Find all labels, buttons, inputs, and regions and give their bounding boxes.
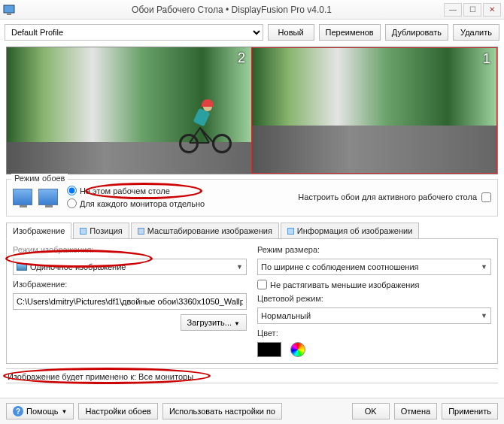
image-path-label: Изображение: — [13, 280, 247, 289]
active-desktop-label: Настроить обои для активного рабочего ст… — [298, 192, 477, 201]
tab-image[interactable]: Изображение — [6, 223, 71, 239]
size-mode-combo[interactable]: По ширине с соблюдением соотношения ▼ — [257, 259, 491, 275]
svg-rect-1 — [7, 14, 11, 15]
chevron-down-icon: ▼ — [236, 263, 243, 271]
monitor-number-2: 2 — [238, 50, 245, 66]
apply-target-line: Изображение будет применено к: Все монит… — [8, 372, 496, 381]
bottom-bar: ? Помощь ▼ Настройки обоев Использовать … — [0, 398, 504, 424]
no-stretch-checkbox[interactable] — [257, 280, 267, 289]
cancel-button[interactable]: Отмена — [394, 403, 437, 419]
radio-each-monitor[interactable]: Для каждого монитора отдельно — [67, 198, 205, 208]
monitor-preview[interactable]: 2 1 — [6, 47, 498, 174]
wallpaper-settings-button[interactable]: Настройки обоев — [78, 403, 158, 419]
image-mode-label: Режим изображения: — [13, 245, 247, 254]
profile-select[interactable]: Default Profile — [5, 24, 263, 41]
monitor-number-1: 1 — [483, 51, 490, 67]
radio-this-desktop-label: На этом рабочем столе — [80, 186, 170, 195]
tab-position[interactable]: Позиция — [73, 223, 129, 238]
picture-icon — [17, 263, 27, 271]
svg-rect-0 — [4, 5, 14, 13]
square-icon — [287, 228, 294, 235]
close-button[interactable]: ✕ — [483, 3, 501, 17]
chevron-down-icon: ▼ — [481, 312, 487, 320]
monitor-1[interactable]: 1 — [251, 47, 497, 174]
divider — [6, 383, 498, 383]
app-icon — [3, 4, 15, 16]
radio-each-monitor-label: Для каждого монитора отдельно — [80, 199, 205, 208]
monitor-icon — [38, 189, 58, 205]
color-mode-label: Цветовой режим: — [257, 294, 491, 303]
tabstrip: Изображение Позиция Масштабирование изоб… — [6, 223, 498, 239]
color-picker-icon[interactable] — [290, 342, 305, 357]
minimize-button[interactable]: — — [444, 3, 462, 17]
color-label: Цвет: — [257, 329, 491, 338]
load-button[interactable]: Загрузить... ▼ — [181, 314, 247, 331]
window-title: Обои Рабочего Стола • DisplayFusion Pro … — [20, 5, 444, 15]
profile-toolbar: Default Profile Новый Переименов Дублиро… — [0, 20, 504, 45]
square-icon — [138, 228, 144, 235]
ok-button[interactable]: OK — [352, 403, 390, 419]
chevron-down-icon: ▼ — [234, 320, 240, 327]
image-path-input[interactable] — [13, 293, 247, 310]
divider — [6, 368, 498, 369]
radio-this-desktop[interactable]: На этом рабочем столе — [67, 186, 205, 195]
chevron-down-icon: ▼ — [62, 408, 68, 415]
monitor-icon — [13, 189, 32, 205]
monitor-2[interactable]: 2 — [7, 47, 251, 174]
mode-legend: Режим обоев — [11, 174, 68, 183]
rename-profile-button[interactable]: Переименов — [319, 24, 381, 41]
duplicate-profile-button[interactable]: Дублировать — [385, 24, 448, 41]
no-stretch-checkbox-row[interactable]: Не растягивать меньшие изображения — [257, 280, 491, 289]
maximize-button[interactable]: ☐ — [463, 3, 481, 17]
help-button[interactable]: ? Помощь ▼ — [6, 403, 74, 419]
tab-body-image: Режим изображения: Одиночное изображение… — [6, 239, 498, 364]
active-desktop-checkbox[interactable] — [481, 192, 491, 202]
titlebar: Обои Рабочего Стола • DisplayFusion Pro … — [0, 0, 504, 20]
color-mode-combo[interactable]: Нормальный ▼ — [257, 307, 491, 324]
help-icon: ? — [13, 406, 23, 416]
color-swatch[interactable] — [257, 342, 281, 357]
image-mode-combo[interactable]: Одиночное изображение ▼ — [13, 259, 247, 275]
apply-button[interactable]: Применить — [442, 403, 498, 419]
chevron-down-icon: ▼ — [481, 263, 487, 271]
tab-info[interactable]: Информация об изображении — [281, 223, 419, 238]
size-mode-label: Режим размера: — [257, 245, 491, 254]
wallpaper-mode-group: Режим обоев На этом рабочем столе Для ка… — [6, 179, 498, 217]
square-icon — [80, 228, 87, 235]
delete-profile-button[interactable]: Удалить — [453, 24, 499, 41]
radio-this-desktop-input[interactable] — [67, 186, 77, 195]
new-profile-button[interactable]: Новый — [268, 24, 314, 41]
tab-scaling[interactable]: Масштабирование изображения — [131, 223, 279, 238]
use-settings-button[interactable]: Использовать настройки по — [162, 403, 282, 419]
radio-each-monitor-input[interactable] — [67, 198, 77, 208]
